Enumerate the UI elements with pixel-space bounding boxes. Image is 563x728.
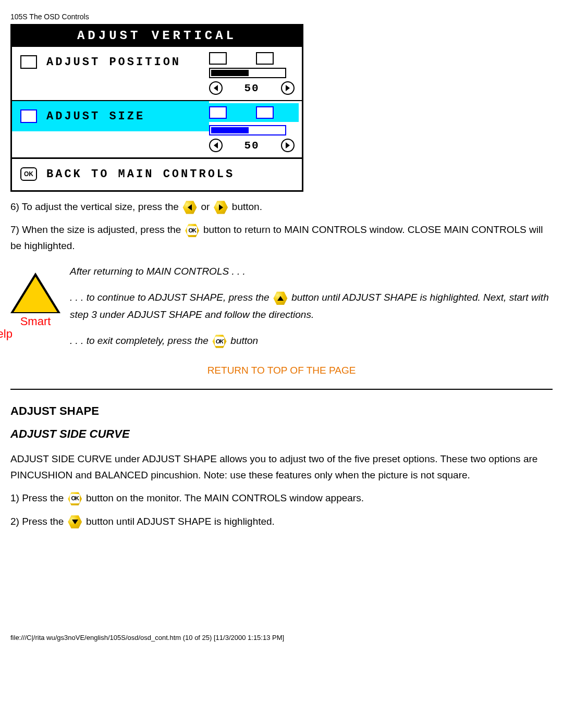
osd-row2-label: ADJUST SIZE bbox=[46, 110, 145, 123]
position-slider bbox=[209, 68, 286, 78]
size-slider bbox=[209, 125, 286, 135]
size-value: 50 bbox=[244, 140, 259, 152]
ok-icon: OK bbox=[20, 167, 37, 181]
size-decrease-icon bbox=[209, 139, 223, 152]
step1-text-b: button on the monitor. The MAIN CONTROLS… bbox=[86, 492, 364, 503]
ok-button-icon-3: OK bbox=[68, 491, 82, 506]
step6-text-b: or bbox=[201, 201, 210, 212]
section-heading: ADJUST SHAPE bbox=[10, 404, 553, 418]
osd-row1-label: ADJUST POSITION bbox=[46, 56, 181, 69]
smart-label-2: Help bbox=[0, 327, 13, 340]
osd-back-row: OK BACK TO MAIN CONTROLS bbox=[12, 157, 302, 190]
step1-text-a: 1) Press the bbox=[10, 492, 67, 503]
position-value: 50 bbox=[244, 82, 259, 94]
divider bbox=[10, 389, 553, 390]
size-icon bbox=[20, 109, 37, 123]
page-header: 105S The OSD Controls bbox=[10, 13, 553, 21]
tip-line-2: . . . to continue to ADJUST SHAPE, press… bbox=[70, 289, 553, 323]
step7-text-a: 7) When the size is adjusted, press the bbox=[10, 224, 184, 235]
osd-row-position: ADJUST POSITION 50 bbox=[12, 47, 302, 100]
footer-path: file:///C|/rita wu/gs3noVE/english/105S/… bbox=[10, 634, 553, 641]
osd-title: ADJUST VERTICAL bbox=[12, 26, 302, 47]
tip3b: button bbox=[230, 335, 258, 346]
step6-text-c: button. bbox=[232, 201, 262, 212]
size-increase-icon bbox=[281, 139, 295, 152]
ok-button-icon-2: OK bbox=[212, 334, 227, 349]
size-shrink-icon bbox=[209, 106, 227, 119]
smart-help-label: Smart Help bbox=[20, 315, 51, 340]
tip2a: . . . to continue to ADJUST SHAPE, press… bbox=[70, 292, 272, 303]
down-button-icon bbox=[68, 515, 82, 529]
osd-row-size: ADJUST SIZE 50 bbox=[12, 100, 302, 157]
right-button-icon bbox=[214, 200, 228, 215]
up-button-icon bbox=[273, 291, 288, 305]
step-6: 6) To adjust the vertical size, press th… bbox=[10, 199, 553, 215]
left-button-icon bbox=[182, 200, 197, 215]
step-1: 1) Press the OK button on the monitor. T… bbox=[10, 490, 553, 506]
tip-line-1: After returning to MAIN CONTROLS . . . bbox=[70, 263, 553, 280]
warning-icon bbox=[10, 273, 60, 313]
sub-heading: ADJUST SIDE CURVE bbox=[10, 427, 553, 441]
smart-label-1: Smart bbox=[20, 315, 51, 328]
position-icon bbox=[20, 55, 37, 69]
step2-text-b: button until ADJUST SHAPE is highlighted… bbox=[86, 516, 275, 527]
position-up-icon bbox=[256, 52, 274, 65]
smart-help-block: Smart Help After returning to MAIN CONTR… bbox=[10, 263, 553, 349]
tip-line-3: . . . to exit completely, press the OK b… bbox=[70, 332, 553, 349]
osd-back-label: BACK TO MAIN CONTROLS bbox=[46, 168, 235, 181]
step-2: 2) Press the button until ADJUST SHAPE i… bbox=[10, 514, 553, 529]
return-to-top-link[interactable]: RETURN TO TOP OF THE PAGE bbox=[10, 365, 553, 376]
osd-panel: ADJUST VERTICAL ADJUST POSITION 50 bbox=[10, 24, 303, 192]
tip3a: . . . to exit completely, press the bbox=[70, 335, 211, 346]
size-expand-icon bbox=[256, 106, 274, 119]
step6-text-a: 6) To adjust the vertical size, press th… bbox=[10, 201, 179, 212]
position-increase-icon bbox=[281, 81, 295, 95]
description: ADJUST SIDE CURVE under ADJUST SHAPE all… bbox=[10, 451, 553, 483]
step-7: 7) When the size is adjusted, press the … bbox=[10, 222, 553, 254]
tip-text: After returning to MAIN CONTROLS . . . .… bbox=[70, 263, 553, 349]
position-down-icon bbox=[209, 52, 227, 65]
step2-text-a: 2) Press the bbox=[10, 516, 67, 527]
position-decrease-icon bbox=[209, 81, 223, 95]
ok-button-icon: OK bbox=[185, 223, 200, 238]
